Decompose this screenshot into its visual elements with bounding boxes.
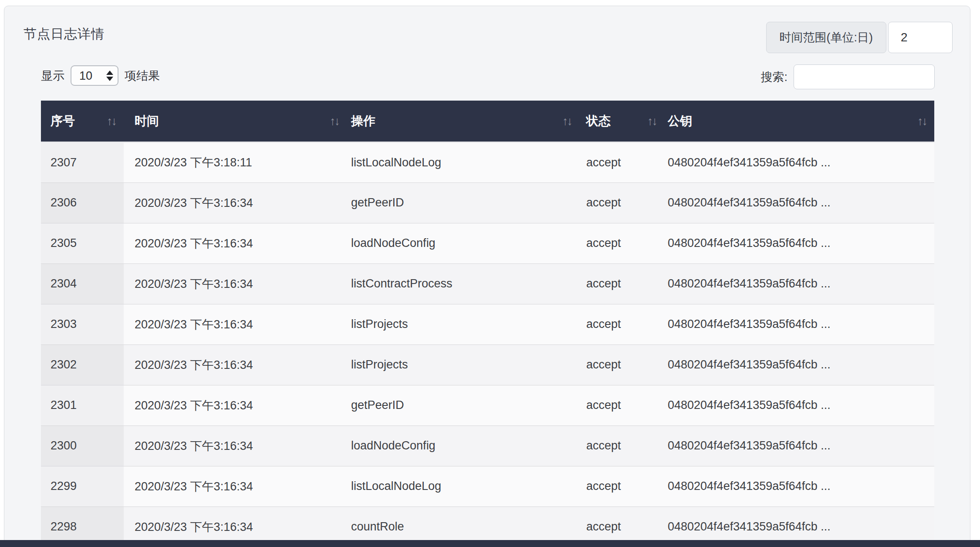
table-row: 22992020/3/23 下午3:16:34listLocalNodeLoga… <box>41 466 934 506</box>
column-label: 操作 <box>351 114 375 128</box>
table-controls-row: 显示 10 项结果 搜索: <box>41 64 935 89</box>
log-table-header-row: 序号↑↓时间↑↓操作↑↓状态↑↓公钥↑↓ <box>41 101 934 142</box>
cell-pubkey: 0480204f4ef341359a5f64fcb ... <box>664 142 934 182</box>
sort-icon: ↑↓ <box>562 114 571 128</box>
column-label: 公钥 <box>668 114 692 128</box>
cell-time: 2020/3/23 下午3:16:34 <box>124 223 347 263</box>
cell-pubkey: 0480204f4ef341359a5f64fcb ... <box>664 263 934 304</box>
entries-label: 项结果 <box>125 68 160 84</box>
cell-status: accept <box>579 263 664 304</box>
cell-pubkey: 0480204f4ef341359a5f64fcb ... <box>664 425 934 466</box>
cell-seq: 2302 <box>41 344 124 385</box>
bottom-bar <box>0 540 980 547</box>
cell-time: 2020/3/23 下午3:16:34 <box>124 304 347 344</box>
column-header-seq[interactable]: 序号↑↓ <box>41 101 124 142</box>
log-table-body: 23072020/3/23 下午3:18:11listLocalNodeLoga… <box>41 142 934 547</box>
show-label: 显示 <box>41 68 64 84</box>
cell-seq: 2299 <box>41 466 124 506</box>
table-row: 23032020/3/23 下午3:16:34listProjectsaccep… <box>41 304 934 344</box>
table-row: 23072020/3/23 下午3:18:11listLocalNodeLoga… <box>41 142 934 182</box>
cell-pubkey: 0480204f4ef341359a5f64fcb ... <box>664 344 934 385</box>
search-label: 搜索: <box>760 69 787 85</box>
search-control: 搜索: <box>760 64 935 89</box>
column-header-time[interactable]: 时间↑↓ <box>124 101 347 142</box>
column-header-status[interactable]: 状态↑↓ <box>579 101 664 142</box>
column-header-op[interactable]: 操作↑↓ <box>347 101 579 142</box>
cell-op: listContractProcess <box>347 263 579 304</box>
cell-time: 2020/3/23 下午3:16:34 <box>124 425 347 466</box>
cell-status: accept <box>579 425 664 466</box>
cell-op: listLocalNodeLog <box>347 466 579 506</box>
cell-seq: 2303 <box>41 304 124 344</box>
table-row: 23012020/3/23 下午3:16:34getPeerIDaccept04… <box>41 385 934 425</box>
sort-icon: ↑↓ <box>917 114 926 128</box>
cell-pubkey: 0480204f4ef341359a5f64fcb ... <box>664 466 934 506</box>
cell-seq: 2305 <box>41 223 124 263</box>
cell-time: 2020/3/23 下午3:16:34 <box>124 385 347 425</box>
node-log-card: 节点日志详情 时间范围(单位:日) 显示 10 项结果 搜索: 序号↑↓ <box>4 6 970 547</box>
cell-op: getPeerID <box>347 182 579 223</box>
page-length-select-wrap: 10 <box>71 65 118 86</box>
cell-seq: 2307 <box>41 142 124 182</box>
column-label: 序号 <box>51 114 75 128</box>
cell-time: 2020/3/23 下午3:16:34 <box>124 344 347 385</box>
table-row: 23002020/3/23 下午3:16:34loadNodeConfigacc… <box>41 425 934 466</box>
node-log-table: 序号↑↓时间↑↓操作↑↓状态↑↓公钥↑↓ 23072020/3/23 下午3:1… <box>41 101 934 547</box>
cell-status: accept <box>579 223 664 263</box>
cell-seq: 2301 <box>41 385 124 425</box>
cell-time: 2020/3/23 下午3:16:34 <box>124 182 347 223</box>
cell-status: accept <box>579 385 664 425</box>
column-label: 状态 <box>586 114 611 128</box>
sort-icon: ↑↓ <box>107 114 116 128</box>
cell-op: loadNodeConfig <box>347 223 579 263</box>
sort-icon: ↑↓ <box>330 114 339 128</box>
cell-status: accept <box>579 344 664 385</box>
column-header-pubkey[interactable]: 公钥↑↓ <box>664 101 934 142</box>
cell-status: accept <box>579 182 664 223</box>
page-length-control: 显示 10 项结果 <box>41 65 160 86</box>
cell-op: listProjects <box>347 304 579 344</box>
cell-pubkey: 0480204f4ef341359a5f64fcb ... <box>664 223 934 263</box>
table-row: 23042020/3/23 下午3:16:34listContractProce… <box>41 263 934 304</box>
time-range-input[interactable] <box>888 22 953 53</box>
card-top-row: 节点日志详情 时间范围(单位:日) <box>4 6 970 53</box>
table-row: 23022020/3/23 下午3:16:34listProjectsaccep… <box>41 344 934 385</box>
search-input[interactable] <box>794 64 935 89</box>
cell-seq: 2306 <box>41 182 124 223</box>
cell-status: accept <box>579 304 664 344</box>
cell-op: loadNodeConfig <box>347 425 579 466</box>
time-range-label: 时间范围(单位:日) <box>766 22 886 53</box>
cell-time: 2020/3/23 下午3:16:34 <box>124 466 347 506</box>
cell-op: listLocalNodeLog <box>347 142 579 182</box>
cell-op: listProjects <box>347 344 579 385</box>
time-range-control: 时间范围(单位:日) <box>766 22 953 53</box>
cell-seq: 2300 <box>41 425 124 466</box>
cell-status: accept <box>579 142 664 182</box>
column-label: 时间 <box>135 114 159 128</box>
cell-time: 2020/3/23 下午3:16:34 <box>124 263 347 304</box>
cell-pubkey: 0480204f4ef341359a5f64fcb ... <box>664 182 934 223</box>
table-row: 23062020/3/23 下午3:16:34getPeerIDaccept04… <box>41 182 934 223</box>
cell-pubkey: 0480204f4ef341359a5f64fcb ... <box>664 304 934 344</box>
sort-icon: ↑↓ <box>647 114 656 128</box>
cell-op: getPeerID <box>347 385 579 425</box>
page-title: 节点日志详情 <box>24 25 105 43</box>
table-row: 23052020/3/23 下午3:16:34loadNodeConfigacc… <box>41 223 934 263</box>
cell-time: 2020/3/23 下午3:18:11 <box>124 142 347 182</box>
cell-seq: 2304 <box>41 263 124 304</box>
cell-status: accept <box>579 466 664 506</box>
page-length-select[interactable]: 10 <box>71 65 118 86</box>
cell-pubkey: 0480204f4ef341359a5f64fcb ... <box>664 385 934 425</box>
